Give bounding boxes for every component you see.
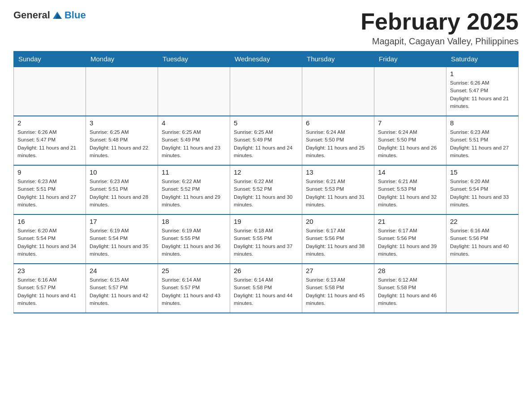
day-number: 20 [306,218,370,225]
week-row-1: 1Sunrise: 6:26 AM Sunset: 5:47 PM Daylig… [14,67,519,116]
day-number: 13 [306,168,370,176]
calendar-cell: 2Sunrise: 6:26 AM Sunset: 5:47 PM Daylig… [14,116,86,165]
week-row-5: 23Sunrise: 6:16 AM Sunset: 5:57 PM Dayli… [14,264,519,313]
day-info: Sunrise: 6:25 AM Sunset: 5:48 PM Dayligh… [90,128,154,159]
weekday-header-thursday: Thursday [302,51,374,67]
day-number: 27 [306,267,370,274]
day-info: Sunrise: 6:16 AM Sunset: 5:57 PM Dayligh… [17,276,82,307]
day-number: 16 [17,218,82,225]
day-info: Sunrise: 6:17 AM Sunset: 5:56 PM Dayligh… [378,227,442,258]
calendar-cell: 25Sunrise: 6:14 AM Sunset: 5:57 PM Dayli… [158,264,230,313]
day-info: Sunrise: 6:23 AM Sunset: 5:51 PM Dayligh… [17,178,82,209]
weekday-header-friday: Friday [374,51,446,67]
day-number: 7 [378,119,442,127]
week-row-3: 9Sunrise: 6:23 AM Sunset: 5:51 PM Daylig… [14,165,519,214]
day-info: Sunrise: 6:25 AM Sunset: 5:49 PM Dayligh… [162,128,226,159]
location-title: Magapit, Cagayan Valley, Philippines [360,36,519,47]
calendar-cell: 22Sunrise: 6:16 AM Sunset: 5:56 PM Dayli… [446,214,519,264]
calendar-cell: 13Sunrise: 6:21 AM Sunset: 5:53 PM Dayli… [302,165,374,214]
weekday-header-saturday: Saturday [446,51,519,67]
calendar-cell: 24Sunrise: 6:15 AM Sunset: 5:57 PM Dayli… [86,264,158,313]
day-number: 4 [162,119,226,127]
day-info: Sunrise: 6:23 AM Sunset: 5:51 PM Dayligh… [450,128,515,159]
calendar-cell: 7Sunrise: 6:24 AM Sunset: 5:50 PM Daylig… [374,116,446,165]
calendar-cell: 8Sunrise: 6:23 AM Sunset: 5:51 PM Daylig… [446,116,519,165]
day-info: Sunrise: 6:19 AM Sunset: 5:54 PM Dayligh… [90,227,154,258]
weekday-header-tuesday: Tuesday [158,51,230,67]
calendar-cell: 27Sunrise: 6:13 AM Sunset: 5:58 PM Dayli… [302,264,374,313]
calendar-cell: 5Sunrise: 6:25 AM Sunset: 5:49 PM Daylig… [230,116,302,165]
day-info: Sunrise: 6:15 AM Sunset: 5:57 PM Dayligh… [90,276,154,307]
day-number: 25 [162,267,226,274]
calendar-cell: 17Sunrise: 6:19 AM Sunset: 5:54 PM Dayli… [86,214,158,264]
calendar-cell [446,264,519,313]
day-info: Sunrise: 6:21 AM Sunset: 5:53 PM Dayligh… [378,178,442,209]
day-info: Sunrise: 6:26 AM Sunset: 5:47 PM Dayligh… [450,79,515,110]
day-info: Sunrise: 6:12 AM Sunset: 5:58 PM Dayligh… [378,276,442,307]
day-info: Sunrise: 6:20 AM Sunset: 5:54 PM Dayligh… [17,227,82,258]
day-info: Sunrise: 6:14 AM Sunset: 5:57 PM Dayligh… [162,276,226,307]
day-info: Sunrise: 6:23 AM Sunset: 5:51 PM Dayligh… [90,178,154,209]
logo-general-text: General [13,9,50,21]
day-info: Sunrise: 6:18 AM Sunset: 5:55 PM Dayligh… [234,227,298,258]
week-row-2: 2Sunrise: 6:26 AM Sunset: 5:47 PM Daylig… [14,116,519,165]
week-row-4: 16Sunrise: 6:20 AM Sunset: 5:54 PM Dayli… [14,214,519,264]
calendar-cell: 28Sunrise: 6:12 AM Sunset: 5:58 PM Dayli… [374,264,446,313]
day-number: 19 [234,218,298,225]
day-number: 28 [378,267,442,274]
calendar-cell: 20Sunrise: 6:17 AM Sunset: 5:56 PM Dayli… [302,214,374,264]
day-number: 17 [90,218,154,225]
day-number: 21 [378,218,442,225]
day-number: 26 [234,267,298,274]
day-number: 8 [450,119,515,127]
day-info: Sunrise: 6:16 AM Sunset: 5:56 PM Dayligh… [450,227,515,258]
day-number: 24 [90,267,154,274]
day-number: 23 [17,267,82,274]
day-number: 18 [162,218,226,225]
calendar-cell: 9Sunrise: 6:23 AM Sunset: 5:51 PM Daylig… [14,165,86,214]
day-number: 2 [17,119,82,127]
calendar-cell: 14Sunrise: 6:21 AM Sunset: 5:53 PM Dayli… [374,165,446,214]
day-info: Sunrise: 6:21 AM Sunset: 5:53 PM Dayligh… [306,178,370,209]
calendar-table: SundayMondayTuesdayWednesdayThursdayFrid… [13,51,519,313]
calendar-cell: 19Sunrise: 6:18 AM Sunset: 5:55 PM Dayli… [230,214,302,264]
day-info: Sunrise: 6:22 AM Sunset: 5:52 PM Dayligh… [234,178,298,209]
weekday-header-sunday: Sunday [14,51,86,67]
day-number: 22 [450,218,515,225]
day-number: 1 [450,70,515,77]
page-header: General Blue February 2025 Magapit, Caga… [13,9,519,47]
day-number: 3 [90,119,154,127]
day-info: Sunrise: 6:13 AM Sunset: 5:58 PM Dayligh… [306,276,370,307]
calendar-cell: 12Sunrise: 6:22 AM Sunset: 5:52 PM Dayli… [230,165,302,214]
calendar-cell: 23Sunrise: 6:16 AM Sunset: 5:57 PM Dayli… [14,264,86,313]
calendar-cell: 21Sunrise: 6:17 AM Sunset: 5:56 PM Dayli… [374,214,446,264]
day-number: 6 [306,119,370,127]
calendar-cell: 18Sunrise: 6:19 AM Sunset: 5:55 PM Dayli… [158,214,230,264]
calendar-cell: 1Sunrise: 6:26 AM Sunset: 5:47 PM Daylig… [446,67,519,116]
calendar-cell: 26Sunrise: 6:14 AM Sunset: 5:58 PM Dayli… [230,264,302,313]
calendar-cell [374,67,446,116]
calendar-cell: 4Sunrise: 6:25 AM Sunset: 5:49 PM Daylig… [158,116,230,165]
day-info: Sunrise: 6:22 AM Sunset: 5:52 PM Dayligh… [162,178,226,209]
day-info: Sunrise: 6:26 AM Sunset: 5:47 PM Dayligh… [17,128,82,159]
day-info: Sunrise: 6:25 AM Sunset: 5:49 PM Dayligh… [234,128,298,159]
calendar-cell [302,67,374,116]
day-info: Sunrise: 6:24 AM Sunset: 5:50 PM Dayligh… [378,128,442,159]
day-number: 9 [17,168,82,176]
calendar-cell [158,67,230,116]
logo: General Blue [13,9,86,21]
day-info: Sunrise: 6:20 AM Sunset: 5:54 PM Dayligh… [450,178,515,209]
day-info: Sunrise: 6:14 AM Sunset: 5:58 PM Dayligh… [234,276,298,307]
calendar-cell [86,67,158,116]
logo-blue-text: Blue [64,9,86,21]
calendar-cell: 3Sunrise: 6:25 AM Sunset: 5:48 PM Daylig… [86,116,158,165]
day-info: Sunrise: 6:17 AM Sunset: 5:56 PM Dayligh… [306,227,370,258]
day-info: Sunrise: 6:24 AM Sunset: 5:50 PM Dayligh… [306,128,370,159]
day-number: 12 [234,168,298,176]
title-section: February 2025 Magapit, Cagayan Valley, P… [360,9,519,47]
day-number: 11 [162,168,226,176]
day-number: 15 [450,168,515,176]
day-number: 10 [90,168,154,176]
calendar-cell: 16Sunrise: 6:20 AM Sunset: 5:54 PM Dayli… [14,214,86,264]
weekday-header-wednesday: Wednesday [230,51,302,67]
